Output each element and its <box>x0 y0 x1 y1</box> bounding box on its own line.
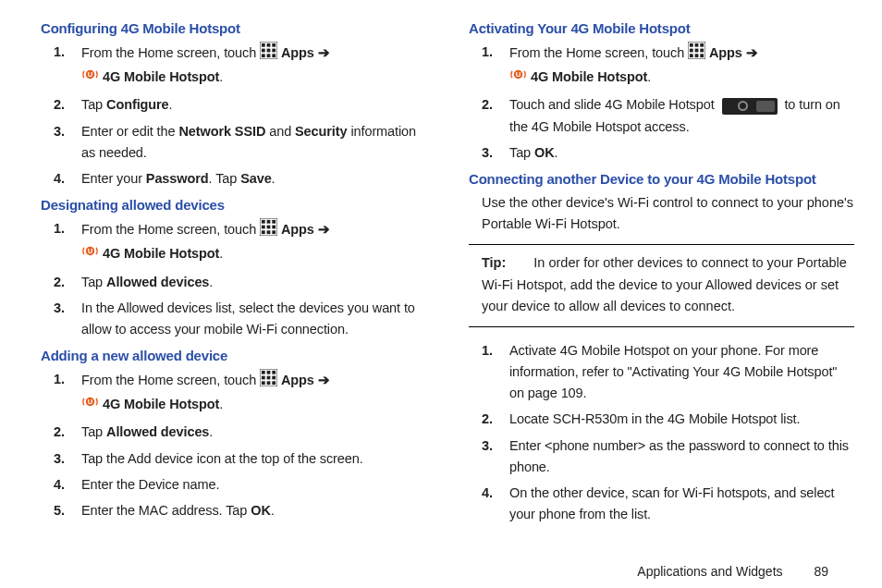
heading-adding: Adding a new allowed device <box>41 348 426 363</box>
step: 4. Enter your Password. Tap Save. <box>81 168 426 190</box>
step: 3.Enter <phone number> as the password t… <box>509 435 854 478</box>
step: 2. Tap Allowed devices. <box>81 422 426 443</box>
heading-connecting: Connecting another Device to your 4G Mob… <box>469 171 854 187</box>
apps-icon <box>260 218 277 242</box>
heading-activating: Activating Your 4G Mobile Hotspot <box>469 20 854 36</box>
step: 4.On the other device, scan for Wi-Fi ho… <box>509 483 854 525</box>
step: 4.Enter the Device name. <box>81 474 426 496</box>
hotspot-icon <box>81 393 99 417</box>
right-column: Activating Your 4G Mobile Hotspot 1. Fro… <box>456 17 854 558</box>
step: 2. Touch and slide 4G Mobile Hotspot to … <box>509 94 854 137</box>
apps-icon <box>260 42 277 66</box>
step: 3.Tap the Add device icon at the top of … <box>81 448 426 470</box>
toggle-icon <box>722 98 778 115</box>
step: 1. From the Home screen, touch Apps ➔ 4G… <box>509 42 854 90</box>
hotspot-icon <box>81 66 99 90</box>
tip-label: Tip: <box>482 255 506 270</box>
step: 3. In the Allowed devices list, select t… <box>81 298 426 340</box>
body-connecting: Use the other device's Wi-Fi control to … <box>456 192 854 235</box>
steps-connecting: 1.Activate 4G Mobile Hotspot on your pho… <box>456 340 854 526</box>
step: 2. Tap Allowed devices. <box>81 272 426 293</box>
step: 1. From the Home screen, touch Apps ➔ 4G… <box>81 42 426 90</box>
step: 3. Tap OK. <box>509 142 854 164</box>
step: 1.Activate 4G Mobile Hotspot on your pho… <box>509 340 854 405</box>
step: 1. From the Home screen, touch Apps ➔ 4G… <box>81 369 426 417</box>
tip-box: Tip: In order for other devices to conne… <box>469 244 854 327</box>
steps-activating: 1. From the Home screen, touch Apps ➔ 4G… <box>456 42 854 164</box>
step: 2. Tap Configure. <box>81 94 426 116</box>
heading-designating: Designating allowed devices <box>41 197 426 213</box>
footer-page: 89 <box>814 564 828 579</box>
hotspot-icon <box>509 66 527 90</box>
left-column: Configuring 4G Mobile Hotspot 1. From th… <box>28 17 426 558</box>
step: 5. Enter the MAC address. Tap OK. <box>81 500 426 521</box>
apps-icon <box>260 369 277 393</box>
steps-configuring: 1. From the Home screen, touch Apps ➔ 4G… <box>28 42 426 190</box>
step: 3. Enter or edit the Network SSID and Se… <box>81 121 426 164</box>
step: 1. From the Home screen, touch Apps ➔ 4G… <box>81 218 426 266</box>
tip-body: In order for other devices to connect to… <box>482 255 847 312</box>
steps-designating: 1. From the Home screen, touch Apps ➔ 4G… <box>28 218 426 340</box>
step: 2.Locate SCH-R530m in the 4G Mobile Hots… <box>509 409 854 430</box>
apps-icon <box>688 42 705 66</box>
page-columns: Configuring 4G Mobile Hotspot 1. From th… <box>28 17 854 558</box>
hotspot-icon <box>81 242 99 266</box>
footer-section: Applications and Widgets <box>637 564 782 579</box>
page-footer: Applications and Widgets 89 <box>28 558 854 579</box>
steps-adding: 1. From the Home screen, touch Apps ➔ 4G… <box>28 369 426 521</box>
heading-configuring: Configuring 4G Mobile Hotspot <box>41 20 426 36</box>
